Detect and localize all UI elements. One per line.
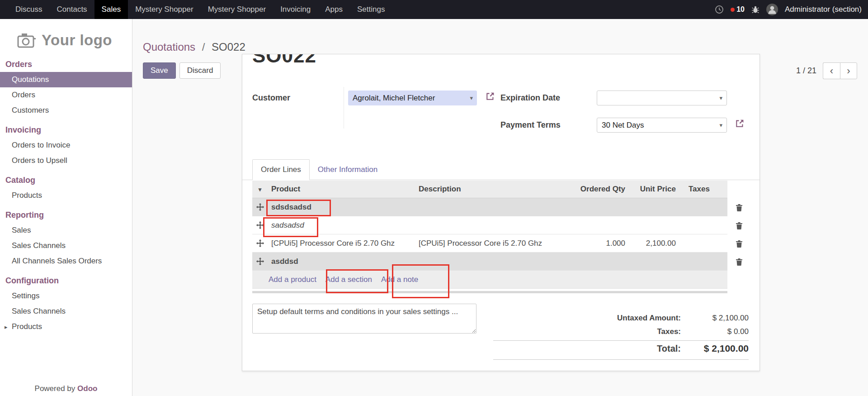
sidebar-section-reporting: Reporting: [0, 203, 132, 223]
sidebar-item-orders-to-invoice[interactable]: Orders to Invoice: [0, 138, 132, 153]
quotation-form-sheet: SO022 Customer Agrolait, Michel Fletcher…: [242, 54, 760, 371]
field-group-divider: [344, 87, 344, 129]
topbar-menu-invoicing[interactable]: Invoicing: [273, 0, 318, 19]
taxes-value: $ 0.00: [681, 327, 749, 336]
totals-bottom-rule: [493, 359, 749, 360]
sidebar-item-products[interactable]: Products: [0, 188, 132, 203]
column-toggle-caret-icon[interactable]: ▾: [259, 186, 262, 193]
ordered-qty-cell[interactable]: 1.000: [564, 239, 629, 248]
tab-other-information[interactable]: Other Information: [310, 160, 386, 180]
bug-icon[interactable]: [751, 5, 760, 14]
sidebar-item-sales-channels-report[interactable]: Sales Channels: [0, 238, 132, 253]
sidebar-item-customers[interactable]: Customers: [0, 103, 132, 118]
payment-terms-select[interactable]: 30 Net Days ▾: [597, 118, 727, 133]
column-header-unit-price[interactable]: Unit Price: [629, 185, 679, 194]
chevron-down-icon: ▾: [470, 95, 473, 101]
terms-conditions-input[interactable]: Setup default terms and conditions in yo…: [252, 304, 476, 334]
drag-handle-icon[interactable]: [252, 203, 268, 211]
column-header-taxes[interactable]: Taxes: [679, 185, 727, 194]
sidebar-item-config-products[interactable]: ▸ Products: [0, 319, 132, 334]
table-header-row: ▾ Product Description Ordered Qty Unit P…: [252, 181, 750, 198]
customer-external-link-icon[interactable]: [486, 91, 495, 103]
tab-order-lines[interactable]: Order Lines: [252, 159, 310, 180]
horizontal-scrollbar[interactable]: [252, 291, 727, 293]
sidebar-section-configuration: Configuration: [0, 269, 132, 288]
odoo-link[interactable]: Odoo: [77, 384, 97, 393]
messages-counter-badge[interactable]: 10: [731, 5, 745, 14]
topbar-menu-mystery-shopper-1[interactable]: Mystery Shopper: [128, 0, 201, 19]
sidebar-item-label: Products: [12, 322, 42, 331]
expiration-date-select[interactable]: ▾: [597, 91, 727, 105]
table-row-section-1: sdsdsadsd: [252, 198, 750, 216]
logo-text: Your logo: [42, 32, 112, 49]
sidebar-item-sales-report[interactable]: Sales: [0, 223, 132, 238]
camera-icon: [17, 33, 36, 48]
app-menus: Discuss Contacts Sales Mystery Shopper M…: [0, 0, 392, 19]
drag-handle-icon[interactable]: [252, 258, 268, 265]
delete-row-button[interactable]: [727, 216, 750, 234]
untaxed-amount-value: $ 2,100.00: [681, 314, 749, 323]
unit-price-cell[interactable]: 2,100.00: [629, 239, 679, 248]
topbar-menu-mystery-shopper-2[interactable]: Mystery Shopper: [201, 0, 274, 19]
sidebar-section-catalog: Catalog: [0, 168, 132, 188]
sidebar-nav: Orders Quotations Orders Customers Invoi…: [0, 52, 132, 334]
drag-handle-icon[interactable]: [252, 221, 268, 229]
top-navbar: Discuss Contacts Sales Mystery Shopper M…: [0, 0, 868, 19]
user-menu[interactable]: Administrator (section): [785, 5, 862, 14]
product-cell[interactable]: [CPUi5] Processor Core i5 2.70 Ghz: [268, 239, 415, 248]
section-name-cell[interactable]: sdsdsadsd: [268, 203, 727, 212]
payment-terms-label: Payment Terms: [500, 120, 561, 130]
sidebar-item-quotations[interactable]: Quotations: [0, 72, 132, 87]
company-logo: Your logo: [0, 19, 132, 52]
breadcrumb-current: SO022: [212, 41, 245, 53]
table-row-section-2: asddsd: [252, 253, 750, 271]
chevron-down-icon: ▾: [719, 122, 722, 129]
expand-caret-icon: ▸: [5, 324, 12, 330]
breadcrumb: Quotations / SO022: [143, 41, 245, 53]
customer-value: Agrolait, Michel Fletcher: [353, 94, 435, 103]
chevron-down-icon: ▾: [719, 95, 722, 101]
topbar-menu-discuss[interactable]: Discuss: [8, 0, 50, 19]
powered-by-text: Powered by: [35, 384, 75, 393]
save-button[interactable]: Save: [143, 62, 176, 79]
description-cell[interactable]: [CPUi5] Processor Core i5 2.70 Ghz: [415, 239, 564, 248]
pager-previous-button[interactable]: ‹: [823, 62, 840, 79]
total-value: $ 2,100.00: [681, 343, 749, 354]
untaxed-amount-label: Untaxed Amount:: [493, 314, 681, 323]
topbar-menu-contacts[interactable]: Contacts: [50, 0, 94, 19]
avatar[interactable]: [766, 4, 778, 15]
taxes-label: Taxes:: [493, 327, 681, 336]
payment-terms-external-link-icon[interactable]: [735, 119, 745, 130]
delete-row-button[interactable]: [727, 198, 750, 216]
taxes-row: Taxes: $ 0.00: [493, 325, 749, 339]
add-a-note-link[interactable]: Add a note: [381, 275, 418, 284]
breadcrumb-quotations-link[interactable]: Quotations: [143, 41, 195, 53]
topbar-menu-sales[interactable]: Sales: [94, 0, 128, 19]
activities-clock-icon[interactable]: [715, 5, 724, 14]
column-header-ordered-qty[interactable]: Ordered Qty: [564, 185, 629, 194]
delete-row-button[interactable]: [727, 234, 750, 253]
sidebar-item-config-settings[interactable]: Settings: [0, 288, 132, 304]
delete-row-button[interactable]: [727, 253, 750, 271]
customer-select[interactable]: Agrolait, Michel Fletcher ▾: [348, 91, 477, 105]
customer-label: Customer: [252, 93, 290, 103]
topbar-menu-apps[interactable]: Apps: [318, 0, 350, 19]
sidebar-item-all-channels-sales-orders[interactable]: All Channels Sales Orders: [0, 253, 132, 269]
add-a-section-link[interactable]: Add a section: [326, 275, 372, 284]
sidebar-item-orders[interactable]: Orders: [0, 87, 132, 103]
discard-button[interactable]: Discard: [179, 62, 221, 79]
sidebar-item-orders-to-upsell[interactable]: Orders to Upsell: [0, 153, 132, 168]
record-pager: 1 / 21 ‹ ›: [796, 62, 857, 79]
notebook-tabs: Order Lines Other Information: [242, 158, 760, 180]
section-name-cell[interactable]: asddsd: [268, 257, 727, 266]
column-header-description[interactable]: Description: [415, 185, 564, 194]
column-header-product[interactable]: Product: [268, 185, 415, 194]
note-text-cell[interactable]: sadsadsd: [268, 221, 727, 230]
topbar-menu-settings[interactable]: Settings: [350, 0, 392, 19]
total-label: Total:: [493, 344, 681, 354]
order-lines-table: ▾ Product Description Ordered Qty Unit P…: [252, 181, 750, 293]
sidebar-item-config-sales-channels[interactable]: Sales Channels: [0, 304, 132, 319]
add-a-product-link[interactable]: Add a product: [269, 275, 316, 284]
pager-next-button[interactable]: ›: [840, 62, 857, 79]
drag-handle-icon[interactable]: [252, 239, 268, 247]
